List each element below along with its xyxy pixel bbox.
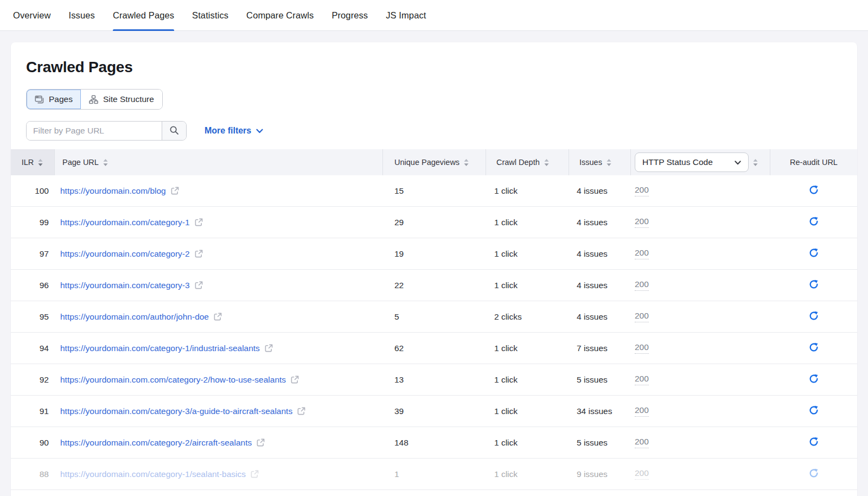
page-url-link[interactable]: https://yourdomain.com/category-2/aircra…: [60, 438, 252, 448]
tab-issues[interactable]: Issues: [69, 0, 95, 31]
reaudit-button[interactable]: [809, 248, 819, 259]
more-filters-button[interactable]: More filters: [205, 126, 263, 136]
external-link-icon[interactable]: [265, 344, 273, 352]
issues-value: 4 issues: [569, 175, 630, 206]
crawled-pages-table: ILR Page URL Unique Pageviews Crawl Dept…: [11, 149, 857, 490]
page-url-link[interactable]: https://yourdomain.com/author/john-doe: [60, 312, 209, 322]
table-row: 90 https://yourdomain.com/category-2/air…: [11, 427, 857, 459]
page-url-link[interactable]: https://yourdomain.com/category-1/sealan…: [60, 469, 246, 479]
page-url-link[interactable]: https://yourdomain.com/blog: [60, 186, 166, 196]
http-status-value[interactable]: 200: [635, 217, 649, 228]
table-row: 100 https://yourdomain.com/blog 15 1 cli…: [11, 175, 857, 207]
page-url-link[interactable]: https://yourdomain.com/category-1/indust…: [60, 344, 260, 353]
sort-icon-desc-active[interactable]: [37, 158, 43, 167]
view-toggle: Pages Site Structure: [26, 89, 163, 110]
external-link-icon[interactable]: [257, 438, 265, 447]
reaudit-button[interactable]: [809, 217, 819, 228]
table-header: ILR Page URL Unique Pageviews Crawl Dept…: [11, 149, 857, 175]
issues-value: 4 issues: [569, 270, 630, 301]
ilr-value: 100: [11, 175, 54, 206]
http-status-value[interactable]: 200: [635, 342, 649, 354]
column-header-unique-pageviews[interactable]: Unique Pageviews: [382, 149, 486, 175]
column-header-ilr[interactable]: ILR: [11, 149, 54, 175]
column-label: Page URL: [62, 158, 99, 167]
external-link-icon[interactable]: [291, 376, 299, 384]
url-filter-input[interactable]: [27, 122, 162, 140]
sort-icon[interactable]: [606, 158, 612, 167]
external-link-icon[interactable]: [171, 187, 179, 195]
ilr-value: 91: [11, 396, 54, 427]
tab-compare-crawls[interactable]: Compare Crawls: [246, 0, 314, 31]
unique-pageviews-value: 1: [382, 459, 486, 489]
crawl-depth-value: 1 click: [486, 207, 569, 238]
more-filters-label: More filters: [205, 126, 251, 136]
http-status-value[interactable]: 200: [635, 468, 649, 480]
sort-icon[interactable]: [752, 158, 758, 167]
reaudit-button[interactable]: [809, 405, 819, 417]
http-status-value[interactable]: 200: [635, 248, 649, 259]
http-status-value[interactable]: 200: [635, 311, 649, 322]
http-status-value[interactable]: 200: [635, 374, 649, 385]
reaudit-button[interactable]: [809, 342, 819, 354]
url-filter-group: [26, 121, 187, 141]
unique-pageviews-value: 22: [382, 270, 486, 301]
external-link-icon[interactable]: [297, 407, 305, 415]
ilr-value: 94: [11, 333, 54, 364]
page-url-link[interactable]: https://yourdomain.com/category-3/a-guid…: [60, 406, 292, 416]
reaudit-button[interactable]: [809, 374, 819, 385]
sort-icon[interactable]: [544, 158, 550, 167]
unique-pageviews-value: 5: [382, 301, 486, 332]
page-url-link[interactable]: https://yourdomain.com/category-2: [60, 249, 190, 259]
tab-progress[interactable]: Progress: [331, 0, 368, 31]
http-status-value[interactable]: 200: [635, 279, 649, 291]
column-label: Crawl Depth: [496, 158, 540, 167]
crawl-depth-value: 1 click: [486, 459, 569, 489]
filter-row: More filters: [26, 121, 842, 141]
chevron-down-icon: [256, 126, 263, 136]
ilr-value: 90: [11, 427, 54, 458]
external-link-icon[interactable]: [195, 281, 203, 289]
http-status-value[interactable]: 200: [635, 437, 649, 448]
tab-crawled-pages[interactable]: Crawled Pages: [113, 0, 174, 31]
external-link-icon[interactable]: [195, 250, 203, 258]
reaudit-button[interactable]: [809, 437, 819, 448]
content-card: Crawled Pages Pages: [11, 42, 857, 496]
chevron-down-icon: [735, 157, 741, 167]
column-header-issues[interactable]: Issues: [569, 149, 630, 175]
external-link-icon[interactable]: [251, 470, 259, 478]
reaudit-button[interactable]: [809, 279, 819, 291]
reaudit-button[interactable]: [809, 468, 819, 480]
page-url-link[interactable]: https://yourdomain.com/category-1: [60, 218, 190, 227]
search-icon: [169, 125, 179, 137]
tab-label: Issues: [69, 10, 95, 21]
http-status-filter-dropdown[interactable]: HTTP Status Code: [635, 152, 749, 172]
external-link-icon[interactable]: [214, 313, 222, 321]
http-status-value[interactable]: 200: [635, 405, 649, 417]
sort-icon[interactable]: [463, 158, 469, 167]
tab-label: Compare Crawls: [246, 10, 314, 21]
pages-icon: [35, 95, 44, 104]
sort-icon[interactable]: [103, 158, 108, 167]
page-url-link[interactable]: https://yourdomain.com/category-3: [60, 281, 190, 290]
tab-js-impact[interactable]: JS Impact: [386, 0, 426, 31]
external-link-icon[interactable]: [195, 218, 203, 226]
table-row: 94 https://yourdomain.com/category-1/ind…: [11, 333, 857, 364]
column-header-crawl-depth[interactable]: Crawl Depth: [486, 149, 569, 175]
tab-overview[interactable]: Overview: [13, 0, 51, 31]
reaudit-button[interactable]: [809, 185, 819, 196]
site-structure-toggle-button[interactable]: Site Structure: [81, 90, 162, 109]
page-url-link[interactable]: https://yourdomain.com.com/category-2/ho…: [60, 375, 286, 385]
reaudit-button[interactable]: [809, 311, 819, 322]
tab-statistics[interactable]: Statistics: [192, 0, 228, 31]
table-row: 99 https://yourdomain.com/category-1 29 …: [11, 207, 857, 238]
http-status-value[interactable]: 200: [635, 185, 649, 196]
refresh-icon: [809, 437, 819, 448]
pages-toggle-button[interactable]: Pages: [27, 90, 81, 109]
page-title: Crawled Pages: [26, 59, 842, 76]
table-row: 91 https://yourdomain.com/category-3/a-g…: [11, 396, 857, 427]
refresh-icon: [809, 405, 819, 417]
search-button[interactable]: [162, 122, 186, 140]
column-header-page-url[interactable]: Page URL: [54, 149, 382, 175]
tab-label: Progress: [331, 10, 368, 21]
table-row: 88 https://yourdomain.com/category-1/sea…: [11, 459, 857, 490]
